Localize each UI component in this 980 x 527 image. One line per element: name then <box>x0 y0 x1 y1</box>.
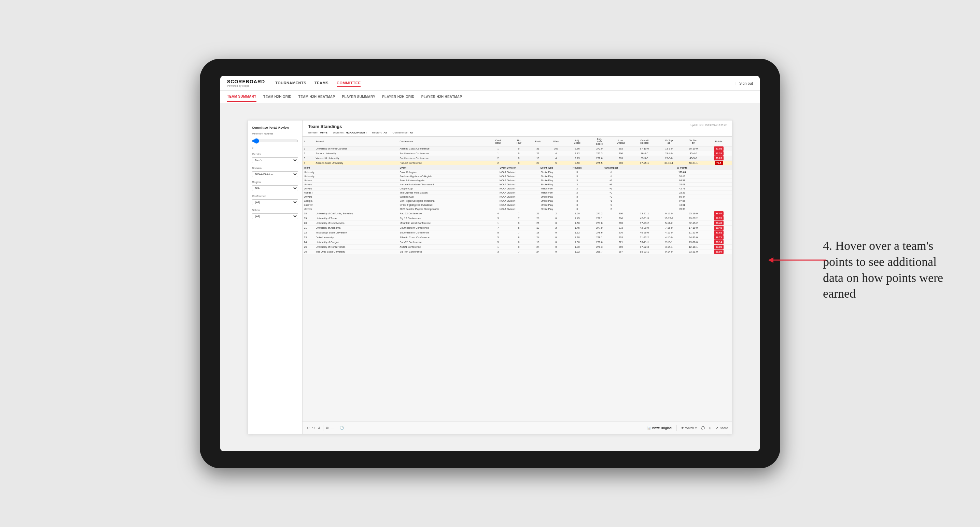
col-rnds: Rnds <box>528 137 547 146</box>
toolbar-right: 📊 View: Original 👁 Watch ▾ 💬 ⊞ ↗ Share <box>647 425 728 431</box>
points-value[interactable]: 88.94 <box>714 249 724 254</box>
table-header-row: # School Conference ConfRank NoTour Rnds… <box>302 137 732 146</box>
tooltip-row: Univers Copper Cup NCAA Division I Match… <box>302 187 732 191</box>
points-value[interactable]: 88.49 <box>714 221 724 225</box>
division-select[interactable]: NCAA Division I <box>252 171 298 177</box>
col-rank: # <box>302 137 315 146</box>
nav-divider: | <box>735 81 737 85</box>
tab-player-h2h-heatmap[interactable]: PLAYER H2H HEATMAP <box>422 92 462 102</box>
table-row: 25 University of North Florida ASUN Conf… <box>302 245 732 249</box>
sidebar-conference: Conference (All) <box>252 195 298 205</box>
tab-bar: TEAM SUMMARY TEAM H2H GRID TEAM H2H HEAT… <box>220 91 760 103</box>
points-value[interactable]: 88.07 <box>714 211 724 216</box>
nav-links: TOURNAMENTS TEAMS COMMITTEE <box>275 79 735 87</box>
more-icon[interactable]: ··· <box>331 426 334 430</box>
clock-icon[interactable]: 🕐 <box>340 426 344 430</box>
tooltip-row: East Ter OFCC Fighting Illini Invitation… <box>302 203 732 207</box>
share-button[interactable]: ↗ Share <box>716 426 728 430</box>
col-conf-rank: ConfRank <box>487 137 509 146</box>
division-filter: Division: NCAA Division I <box>333 131 366 134</box>
tooltip-header-row: Team Event Event Division Event Type Rou… <box>302 165 732 170</box>
copy-icon[interactable]: ⧉ <box>326 426 328 430</box>
portal-header: Team Standings Gender: Men's Division: N… <box>302 121 732 137</box>
points-value[interactable]: 88.71 <box>714 235 724 240</box>
gender-filter: Gender: Men's <box>308 131 328 134</box>
redo-icon[interactable]: ↪ <box>312 426 315 430</box>
col-avg-low: Avg.LowScore <box>589 137 609 146</box>
conference-filter-value: All <box>410 131 413 134</box>
filters-row: Gender: Men's Division: NCAA Division I … <box>308 131 413 134</box>
tab-team-summary[interactable]: TEAM SUMMARY <box>227 92 256 102</box>
scrollable-table[interactable]: # School Conference ConfRank NoTour Rnds… <box>302 137 732 422</box>
col-record: OverallRecord <box>632 137 657 146</box>
view-label: 📊 View: Original <box>647 426 672 430</box>
sign-out-button[interactable]: Sign out <box>739 81 753 85</box>
tooltip-row: Univers Amer Ari Intercollegiate NCAA Di… <box>302 178 732 183</box>
points-value[interactable]: 83.89 <box>714 245 724 249</box>
annotation-text: 4. Hover over a team's points to see add… <box>823 238 953 302</box>
col-conference: Conference <box>398 137 487 146</box>
standings-table: # School Conference ConfRank NoTour Rnds… <box>302 137 732 254</box>
table-row: 24 University of Oregon Pac-12 Conferenc… <box>302 240 732 245</box>
tablet-screen: SCOREBOARD Powered by clippd TOURNAMENTS… <box>220 76 760 451</box>
nav-bar: SCOREBOARD Powered by clippd TOURNAMENTS… <box>220 76 760 91</box>
toolbar-divider-1 <box>323 425 323 431</box>
gender-filter-value: Men's <box>320 131 328 134</box>
points-value[interactable]: 97.02 <box>714 146 724 151</box>
points-value[interactable]: 90.20 <box>714 156 724 160</box>
tab-player-summary[interactable]: PLAYER SUMMARY <box>342 92 375 102</box>
sidebar-school: School (All) <box>252 208 298 219</box>
col-low-overall: LowOverall <box>609 137 632 146</box>
sidebar-min-rounds: Minimum Rounds 0 <box>252 132 298 149</box>
tab-team-h2h-grid[interactable]: TEAM H2H GRID <box>263 92 292 102</box>
table-row: 2 Auburn University Southeastern Confere… <box>302 151 732 156</box>
main-content: Committee Portal Review Minimum Rounds 0… <box>220 103 760 451</box>
logo: SCOREBOARD Powered by clippd <box>227 79 265 87</box>
watch-button[interactable]: 👁 Watch ▾ <box>681 426 697 430</box>
division-filter-value: NCAA Division I <box>346 131 367 134</box>
gender-label: Gender <box>252 152 298 156</box>
col-vs-top50: Vs Top50 <box>681 137 706 146</box>
tab-player-h2h-grid[interactable]: PLAYER H2H GRID <box>382 92 415 102</box>
undo-icon[interactable]: ↩ <box>307 426 309 430</box>
col-vs-top25: Vs Top25 <box>657 137 681 146</box>
conference-select[interactable]: (All) <box>252 199 298 205</box>
col-no-tour: NoTour <box>509 137 528 146</box>
nav-tournaments[interactable]: TOURNAMENTS <box>275 79 306 87</box>
school-select[interactable]: (All) <box>252 213 298 219</box>
update-time: Update time: 13/03/2024 10:03:42 <box>690 124 727 126</box>
tooltip-row: Univers National Invitational Tournament… <box>302 183 732 187</box>
sidebar: Committee Portal Review Minimum Rounds 0… <box>248 121 302 434</box>
table-row: 26 The Ohio State University Big Ten Con… <box>302 249 732 254</box>
sidebar-division: Division NCAA Division I <box>252 167 298 177</box>
points-value[interactable]: 88.48 <box>714 225 724 230</box>
sidebar-gender: Gender Men's <box>252 152 298 163</box>
gender-select[interactable]: Men's <box>252 157 298 163</box>
table-area: Team Standings Gender: Men's Division: N… <box>302 121 732 434</box>
feedback-button[interactable]: 💬 <box>701 426 705 430</box>
table-row: 20 University of New Mexico Mountain Wes… <box>302 221 732 225</box>
nav-committee[interactable]: COMMITTEE <box>337 79 361 87</box>
table-row: 18 University of California, Berkeley Pa… <box>302 211 732 216</box>
refresh-icon[interactable]: ↺ <box>318 426 320 430</box>
conference-label: Conference <box>252 195 298 198</box>
points-value[interactable]: 83.81 <box>714 230 724 235</box>
region-select[interactable]: N/A <box>252 185 298 191</box>
points-value[interactable]: 88.14 <box>714 240 724 244</box>
col-adj-score: Adj.Score <box>565 137 589 146</box>
svg-marker-1 <box>768 257 773 263</box>
nav-teams[interactable]: TEAMS <box>315 79 328 87</box>
table-row: 21 University of Alabama Southeastern Co… <box>302 225 732 230</box>
arrow-container <box>765 253 833 268</box>
points-value[interactable]: 93.31 <box>714 151 724 156</box>
points-value-highlighted[interactable]: 79.5 <box>715 161 723 165</box>
arrow-svg <box>765 253 833 267</box>
tab-team-h2h-heatmap[interactable]: TEAM H2H HEATMAP <box>298 92 335 102</box>
tooltip-row: Univers Williams Cup NCAA Division I Str… <box>302 195 732 199</box>
bottom-toolbar: ↩ ↪ ↺ ⧉ ··· 🕐 📊 View: Original <box>302 422 732 434</box>
expand-button[interactable]: ⊞ <box>709 426 712 430</box>
points-value[interactable]: 88.70 <box>714 216 724 221</box>
min-rounds-input[interactable] <box>252 137 298 145</box>
table-row: 3 Vanderbilt University Southeastern Con… <box>302 156 732 161</box>
tooltip-row: Florida I The Cypress Point Classic NCAA… <box>302 191 732 195</box>
